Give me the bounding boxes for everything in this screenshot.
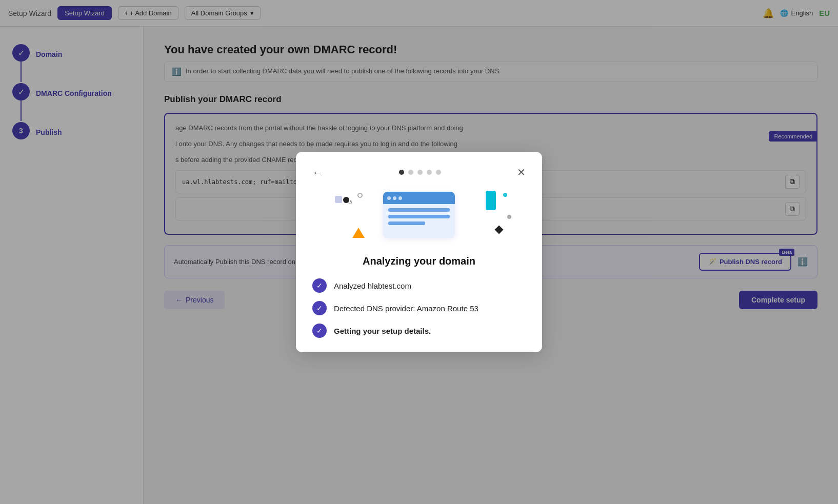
modal-close-button[interactable]: ✕ xyxy=(517,166,526,178)
decor-diamond-black xyxy=(495,226,504,234)
decor-dot-gray xyxy=(507,215,511,219)
modal-step-1-text: Analyzed hlabtest.com xyxy=(334,281,411,290)
modal-step-1: ✓ Analyzed hlabtest.com xyxy=(312,278,526,293)
modal-dot-1 xyxy=(399,170,404,175)
modal-header: ← ✕ xyxy=(312,166,526,178)
modal-overlay[interactable]: ← ✕ ↺ xyxy=(0,0,838,504)
illus-browser-content xyxy=(383,204,455,229)
modal-step-2: ✓ Detected DNS provider: Amazon Route 53 xyxy=(312,301,526,315)
modal-progress-dots xyxy=(399,170,441,175)
decor-circle-gray xyxy=(357,193,363,198)
decor-curve: ↺ xyxy=(347,199,354,207)
modal-dot-2 xyxy=(408,170,413,175)
modal-step-3-text: Getting your setup details. xyxy=(334,327,431,335)
modal-dot-3 xyxy=(417,170,423,175)
decor-triangle-orange xyxy=(352,228,365,238)
modal-illustration: ↺ xyxy=(312,187,526,243)
decor-cyan-dot xyxy=(503,193,507,197)
illus-browser xyxy=(383,192,455,238)
modal-check-2: ✓ xyxy=(312,301,327,315)
modal-dot-4 xyxy=(427,170,432,175)
modal-check-3: ✓ xyxy=(312,324,327,338)
decor-sm-rect xyxy=(335,196,342,203)
modal-step-3: ✓ Getting your setup details. xyxy=(312,324,526,338)
modal-steps: ✓ Analyzed hlabtest.com ✓ Detected DNS p… xyxy=(312,278,526,338)
illus-browser-bar xyxy=(383,192,455,204)
modal-check-1: ✓ xyxy=(312,278,327,293)
decor-cyan-rect xyxy=(486,191,496,210)
modal-dot-5 xyxy=(436,170,441,175)
modal-back-button[interactable]: ← xyxy=(312,167,323,178)
modal-step-2-provider: Amazon Route 53 xyxy=(417,304,478,313)
modal-step-2-text: Detected DNS provider: Amazon Route 53 xyxy=(334,304,478,313)
modal-title: Analyzing your domain xyxy=(312,255,526,267)
modal-dialog: ← ✕ ↺ xyxy=(296,152,542,352)
